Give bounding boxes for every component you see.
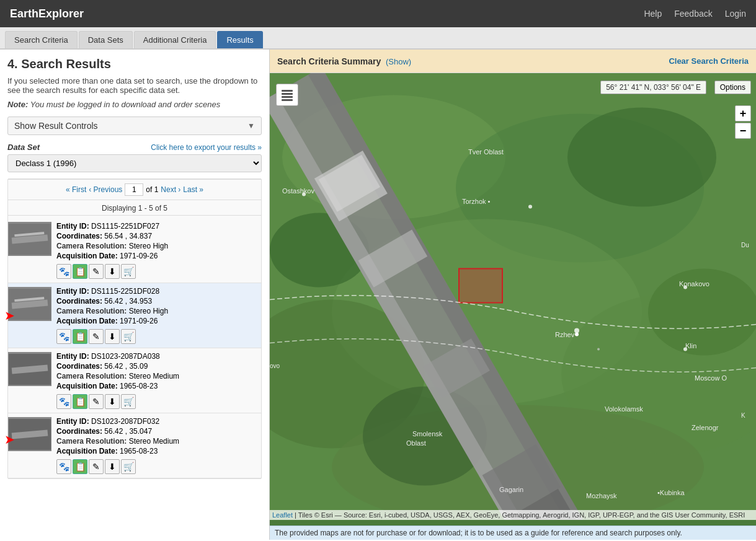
download-btn-2[interactable]: ⬇ [105, 329, 120, 344]
map-notice: The provided maps are not for purchase o… [270, 526, 756, 540]
action-icons-3: 🐾 📋 ✎ ⬇ 🛒 [56, 394, 261, 409]
show-result-controls-dropdown[interactable]: Show Result Controls ▼ [7, 117, 262, 135]
download-btn-3[interactable]: ⬇ [105, 394, 120, 409]
previous-page-link[interactable]: ‹ Previous [89, 185, 122, 194]
footprint-btn-4[interactable]: 🐾 [56, 459, 71, 474]
entity-id-1: DS1115-2251DF027 [91, 222, 159, 231]
help-link[interactable]: Help [644, 9, 662, 19]
overlay-btn-3[interactable]: 📋 [73, 394, 87, 409]
pagination: « First ‹ Previous 1 of 1 Next › Last » [8, 179, 261, 200]
result-item-1: Entity ID: DS1115-2251DF027 Coordinates:… [8, 218, 261, 283]
note-text: Note: You must be logged in to download … [7, 100, 262, 109]
cart-btn-2[interactable]: 🛒 [121, 329, 136, 344]
acq-date-4: 1965-08-23 [120, 447, 158, 455]
last-page-link[interactable]: Last » [183, 185, 203, 194]
left-panel: 4. Search Results If you selected more t… [0, 50, 270, 540]
feedback-link[interactable]: Feedback [674, 9, 712, 19]
note-italic: You must be logged in to download and or… [30, 100, 220, 109]
main-content: 4. Search Results If you selected more t… [0, 50, 756, 540]
dropdown-arrow-icon: ▼ [247, 121, 255, 130]
page-number-input[interactable]: 1 [125, 183, 143, 196]
compare-btn-3[interactable]: ✎ [89, 394, 104, 409]
header: EarthExplorer Help Feedback Login [0, 0, 756, 27]
svg-text:Ostashkov: Ostashkov [282, 187, 314, 195]
page-title: 4. Search Results [7, 57, 262, 71]
map-header: Search Criteria Summary (Show) Clear Sea… [270, 50, 756, 73]
compare-btn-4[interactable]: ✎ [89, 459, 104, 474]
svg-text:Smolensk: Smolensk [412, 430, 443, 438]
arrow-indicator-4: ➤ [4, 432, 15, 447]
map-options-btn[interactable]: Options [714, 81, 751, 94]
dataset-section: Data Set Click here to export your resul… [7, 143, 262, 152]
svg-point-36 [597, 348, 600, 351]
show-result-controls-label: Show Result Controls [14, 121, 98, 131]
map-notice-text: The provided maps are not for purchase o… [275, 529, 682, 537]
result-item-2: ➤ Entity ID: DS1115-2251DF028 Coordinate… [8, 283, 261, 348]
tab-results[interactable]: Results [217, 31, 262, 48]
export-results-link[interactable]: Click here to export your results » [151, 143, 262, 152]
cart-btn-4[interactable]: 🛒 [121, 459, 136, 474]
map-attribution: Leaflet | Tiles © Esri — Source: Esri, i… [270, 510, 756, 520]
svg-point-18 [567, 108, 716, 207]
thumbnail-3 [8, 352, 51, 386]
svg-rect-57 [282, 93, 293, 95]
tab-additional-criteria[interactable]: Additional Criteria [134, 31, 216, 48]
svg-text:Oblast: Oblast [406, 439, 426, 447]
map-header-content: Search Criteria Summary (Show) [277, 56, 411, 66]
compare-btn-1[interactable]: ✎ [89, 264, 104, 279]
cart-btn-1[interactable]: 🛒 [121, 264, 136, 279]
description-text: If you selected more than one data set t… [7, 76, 262, 95]
result-item-3: Entity ID: DS1023-2087DA038 Coordinates:… [8, 348, 261, 413]
leaflet-link[interactable]: Leaflet [272, 511, 293, 519]
footprint-btn-3[interactable]: 🐾 [56, 394, 71, 409]
map-background[interactable]: Ostashkov Tver Oblast Torzhok • Konakovo… [270, 73, 756, 520]
next-page-link[interactable]: Next › [161, 185, 180, 194]
tab-search-criteria[interactable]: Search Criteria [5, 31, 78, 48]
zoom-in-btn[interactable]: + [735, 105, 751, 121]
svg-text:Tver Oblast: Tver Oblast [468, 148, 504, 156]
tab-data-sets[interactable]: Data Sets [79, 31, 133, 48]
entity-id-4: DS1023-2087DF032 [91, 417, 159, 426]
download-btn-1[interactable]: ⬇ [105, 264, 120, 279]
coordinate-display: 56° 21' 41" N, 033° 56' 04" E [600, 81, 706, 94]
footprint-btn-1[interactable]: 🐾 [56, 264, 71, 279]
result-info-3: Entity ID: DS1023-2087DA038 Coordinates:… [56, 352, 261, 409]
camera-2: Stereo High [129, 307, 168, 315]
action-icons-1: 🐾 📋 ✎ ⬇ 🛒 [56, 264, 261, 279]
svg-text:Volokolamsk: Volokolamsk [605, 405, 643, 413]
overlay-btn-1[interactable]: 📋 [73, 264, 87, 279]
svg-text:Rzhev: Rzhev [555, 331, 575, 338]
action-icons-2: 🐾 📋 ✎ ⬇ 🛒 [56, 329, 261, 344]
cart-btn-3[interactable]: 🛒 [121, 394, 136, 409]
acq-date-1: 1971-09-26 [120, 252, 158, 260]
entity-id-2: DS1115-2251DF028 [91, 287, 159, 296]
app-logo: EarthExplorer [10, 7, 644, 20]
overlay-btn-2[interactable]: 📋 [73, 329, 87, 344]
zoom-out-btn[interactable]: − [735, 123, 751, 139]
acq-date-2: 1971-09-26 [120, 317, 158, 325]
arrow-indicator-2: ➤ [4, 308, 15, 323]
layer-control-btn[interactable] [276, 84, 298, 106]
nav-links: Help Feedback Login [644, 9, 746, 19]
camera-3: Stereo Medium [129, 372, 179, 380]
svg-text:ovo: ovo [270, 363, 280, 369]
login-link[interactable]: Login [725, 9, 746, 19]
attribution-text: | Tiles © Esri — Source: Esri, i-cubed, … [295, 511, 745, 519]
map-header-show[interactable]: (Show) [386, 57, 411, 66]
svg-text:Klin: Klin [685, 342, 696, 350]
camera-4: Stereo Medium [129, 437, 179, 446]
svg-text:K: K [741, 412, 745, 419]
dataset-select[interactable]: Declass 1 (1996) [7, 154, 262, 172]
footprint-btn-2[interactable]: 🐾 [56, 329, 71, 344]
map-header-title: Search Criteria Summary [277, 56, 381, 66]
download-btn-4[interactable]: ⬇ [105, 459, 120, 474]
overlay-btn-4[interactable]: 📋 [73, 459, 87, 474]
of-text: of 1 [146, 185, 158, 194]
compare-btn-2[interactable]: ✎ [89, 329, 104, 344]
svg-text:Gagarin: Gagarin [499, 486, 523, 493]
note-bold: Note: [7, 100, 28, 109]
first-page-link[interactable]: « First [66, 185, 86, 194]
coords-2: 56.42 , 34.953 [104, 297, 152, 306]
entity-id-3: DS1023-2087DA038 [91, 352, 160, 361]
clear-search-btn[interactable]: Clear Search Criteria [669, 56, 749, 66]
